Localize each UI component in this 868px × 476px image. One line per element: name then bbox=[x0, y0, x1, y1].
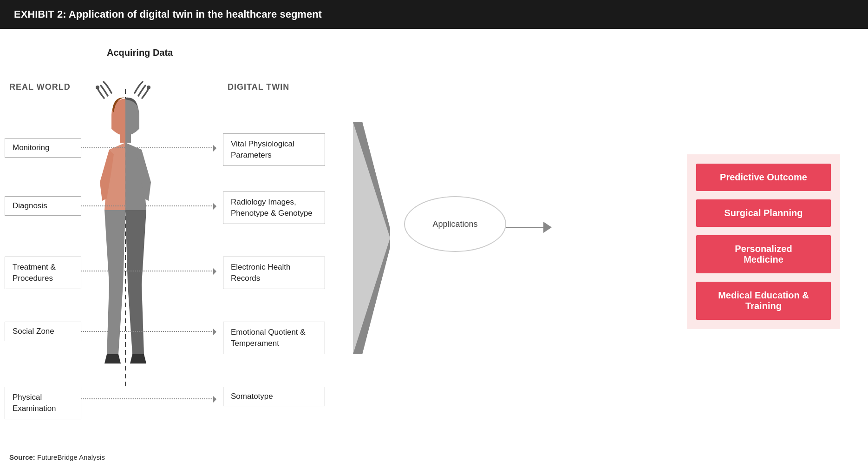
right-box-somatotype: Somatotype bbox=[223, 387, 325, 406]
right-box-radiology: Radiology Images,Phenotype & Genotype bbox=[223, 192, 325, 224]
applications-ellipse: Applications bbox=[404, 196, 506, 252]
funnel-shape bbox=[353, 122, 390, 354]
svg-rect-3 bbox=[120, 133, 125, 143]
right-box-ehr: Electronic HealthRecords bbox=[223, 257, 325, 289]
header-title: EXHIBIT 2: Application of digital twin i… bbox=[14, 8, 322, 20]
source-value: FutureBridge Analysis bbox=[37, 453, 105, 461]
medical-education-label: Medical Education &Training bbox=[718, 290, 809, 311]
source-label: Source: bbox=[9, 453, 35, 461]
real-world-label: REAL WORLD bbox=[9, 82, 71, 92]
emotional-label: Emotional Quotient &Temperament bbox=[231, 328, 306, 348]
outcome-surgical: Surgical Planning bbox=[696, 199, 831, 227]
surgical-planning-label: Surgical Planning bbox=[724, 208, 803, 218]
svg-rect-4 bbox=[125, 133, 131, 143]
treatment-label: Treatment &Procedures bbox=[13, 263, 56, 283]
monitoring-label: Monitoring bbox=[13, 143, 49, 152]
diagnosis-label: Diagnosis bbox=[13, 201, 47, 210]
outcome-medical-education: Medical Education &Training bbox=[696, 282, 831, 320]
left-box-physical: PhysicalExamination bbox=[5, 387, 81, 419]
main-content: Acquiring Data REAL WORLD DIGITAL TWIN bbox=[0, 29, 868, 470]
human-figure bbox=[88, 89, 163, 387]
right-panel: Predictive Outcome Surgical Planning Per… bbox=[687, 154, 840, 329]
dotted-line-physical bbox=[81, 398, 216, 399]
dotted-line-monitoring bbox=[81, 147, 216, 148]
outcome-personalized: PersonalizedMedicine bbox=[696, 235, 831, 273]
arrow-head bbox=[543, 222, 552, 233]
ehr-label: Electronic HealthRecords bbox=[231, 263, 291, 283]
header: EXHIBIT 2: Application of digital twin i… bbox=[0, 0, 868, 29]
main-arrow bbox=[506, 222, 552, 233]
predictive-outcome-label: Predictive Outcome bbox=[720, 172, 807, 182]
left-box-diagnosis: Diagnosis bbox=[5, 196, 81, 216]
source-text: Source: FutureBridge Analysis bbox=[9, 453, 105, 461]
acquiring-data-label: Acquiring Data bbox=[107, 47, 173, 58]
social-zone-label: Social Zone bbox=[13, 327, 54, 336]
outcome-predictive: Predictive Outcome bbox=[696, 164, 831, 191]
arrow-line bbox=[506, 227, 543, 228]
dotted-line-treatment bbox=[81, 271, 216, 271]
left-box-treatment: Treatment &Procedures bbox=[5, 257, 81, 289]
somatotype-label: Somatotype bbox=[231, 392, 273, 401]
radiology-label: Radiology Images,Phenotype & Genotype bbox=[231, 198, 313, 218]
personalized-medicine-label: PersonalizedMedicine bbox=[735, 244, 792, 264]
svg-point-0 bbox=[96, 86, 99, 89]
left-box-social: Social Zone bbox=[5, 322, 81, 341]
applications-label: Applications bbox=[432, 219, 477, 229]
left-box-monitoring: Monitoring bbox=[5, 138, 81, 158]
dotted-line-social bbox=[81, 331, 216, 332]
digital-twin-label: DIGITAL TWIN bbox=[228, 82, 289, 92]
svg-point-1 bbox=[147, 86, 150, 89]
right-box-emotional: Emotional Quotient &Temperament bbox=[223, 322, 325, 354]
dotted-line-diagnosis bbox=[81, 205, 216, 206]
physical-exam-label: PhysicalExamination bbox=[13, 393, 56, 413]
right-box-vital: Vital PhysiologicalParameters bbox=[223, 133, 325, 166]
vital-label: Vital PhysiologicalParameters bbox=[231, 139, 294, 159]
